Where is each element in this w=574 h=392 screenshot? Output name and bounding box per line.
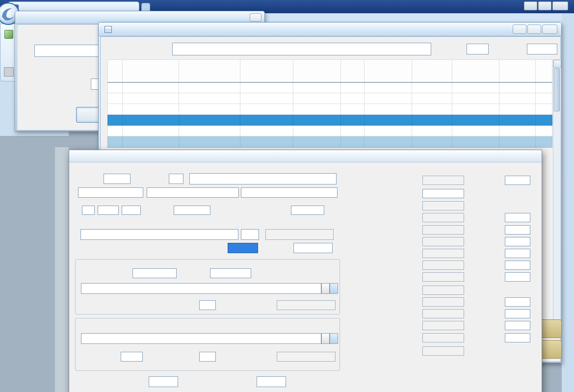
start-day-field[interactable] — [149, 376, 178, 387]
payroll-window-icon — [104, 26, 112, 33]
col-header-dop[interactable] — [536, 60, 552, 82]
screen — [0, 0, 574, 392]
table-row[interactable] — [108, 82, 552, 93]
total-label — [179, 136, 240, 148]
calc-value — [422, 346, 464, 356]
col-header-bruto[interactable] — [293, 60, 341, 82]
col-header-zo[interactable] — [452, 60, 499, 82]
employee-detail-dialog — [69, 150, 542, 392]
calc-row — [69, 237, 540, 247]
calc-extra-value[interactable] — [505, 225, 530, 235]
table-row[interactable] — [108, 104, 552, 115]
calc-row — [69, 286, 540, 295]
calc-row — [69, 309, 540, 319]
close-button[interactable] — [552, 1, 568, 10]
legal-subject-input[interactable] — [172, 43, 431, 55]
col-header-neto[interactable] — [240, 60, 293, 82]
calc-row — [69, 321, 540, 331]
month-input[interactable] — [467, 44, 489, 54]
calc-value — [422, 213, 464, 222]
minimize-button[interactable] — [524, 1, 537, 10]
background-window-edge — [55, 147, 69, 392]
browser-right-strip — [562, 13, 574, 392]
detail-titlebar — [69, 150, 542, 162]
calc-value — [422, 286, 464, 295]
calc-row — [69, 261, 540, 270]
col-header-dop-pio[interactable] — [412, 60, 452, 82]
calc-extra-value[interactable] — [505, 237, 530, 246]
calc-row — [69, 333, 540, 343]
restore-button[interactable] — [527, 25, 541, 34]
calc-extra-value[interactable] — [505, 261, 530, 270]
calc-value — [422, 272, 464, 282]
calc-extra-value[interactable] — [505, 213, 530, 222]
calc-value — [422, 201, 464, 210]
payroll-titlebar — [99, 23, 561, 36]
calc-row — [69, 359, 540, 368]
calc-value — [422, 309, 464, 318]
calc-extra-value[interactable] — [505, 272, 530, 282]
calc-value — [422, 321, 464, 330]
caption-buttons — [512, 25, 557, 34]
table-row-selected[interactable] — [108, 115, 552, 126]
scroll-up-button[interactable] — [553, 60, 561, 68]
close-button[interactable] — [542, 25, 557, 34]
payroll-grid — [107, 59, 552, 148]
grid-header-row — [108, 60, 552, 82]
col-header-dop-zo[interactable] — [499, 60, 536, 82]
close-button[interactable] — [250, 13, 261, 22]
calc-value — [422, 225, 464, 235]
end-day-field[interactable] — [257, 376, 286, 387]
calc-extra-value[interactable] — [505, 321, 530, 330]
calc-value — [422, 249, 464, 258]
calc-row — [69, 201, 540, 211]
calc-row — [69, 297, 540, 307]
calc-extra-value[interactable] — [505, 309, 530, 318]
calc-value — [422, 333, 464, 342]
col-header-pio[interactable] — [365, 60, 412, 82]
scrollbar-thumb[interactable] — [554, 68, 560, 111]
grid-total-row — [108, 136, 552, 148]
year-input[interactable] — [527, 44, 557, 54]
maximize-button[interactable] — [538, 1, 551, 10]
calc-row — [69, 176, 540, 185]
col-header-hours[interactable] — [341, 60, 365, 82]
calc-extra-value[interactable] — [505, 249, 530, 258]
table-row[interactable] — [108, 126, 552, 136]
col-header-surname[interactable] — [179, 60, 240, 82]
calc-row — [69, 346, 540, 356]
calc-extra-value[interactable] — [505, 333, 530, 342]
vertical-scrollbar[interactable] — [553, 59, 561, 330]
col-header-name[interactable] — [123, 60, 179, 82]
calc-extra-value[interactable] — [505, 176, 530, 185]
calc-value — [422, 261, 464, 270]
calc-value[interactable] — [422, 189, 464, 198]
table-row[interactable] — [108, 93, 552, 104]
calc-value — [422, 176, 464, 185]
calc-row — [69, 272, 540, 282]
calc-extra-value[interactable] — [505, 297, 530, 307]
calc-value — [422, 237, 464, 246]
calc-row — [69, 249, 540, 259]
app-icon — [4, 30, 13, 39]
col-header-rb[interactable] — [108, 60, 123, 82]
minimize-button[interactable] — [513, 25, 526, 34]
calc-row — [69, 225, 540, 235]
subject-input[interactable] — [34, 45, 101, 57]
calc-row — [69, 213, 540, 223]
calc-row — [69, 189, 540, 199]
folder-icon — [4, 67, 14, 77]
calc-value — [422, 297, 464, 307]
